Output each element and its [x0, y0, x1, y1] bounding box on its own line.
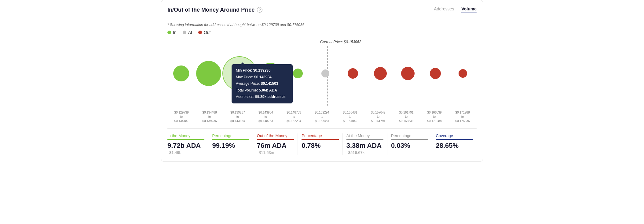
- stat-value-coverage-main: 28.65%: [436, 142, 459, 149]
- legend: In At Out: [167, 30, 477, 35]
- x-label-0: $0.129739 to $0.134487: [167, 109, 196, 123]
- legend-label-out: Out: [204, 30, 211, 35]
- stat-pct-out: Percentage 0.78%: [298, 133, 342, 155]
- tooltip-avg: Average Price: $0.141503: [236, 80, 288, 87]
- divider: [167, 128, 477, 129]
- stat-sub-in: $1.49b: [169, 150, 181, 155]
- legend-label-in: In: [173, 30, 177, 35]
- legend-out: Out: [198, 30, 211, 35]
- stats-row: In the Money 9.72b ADA $1.49b Percentage…: [167, 133, 477, 155]
- tooltip-addr: Addresses: 55.29k addresses: [236, 94, 288, 100]
- stat-value-at-main: 3.38m ADA: [346, 142, 382, 149]
- x-label-4: $0.148733 to $0.152294: [280, 109, 308, 123]
- bubble-col-2: Min Price: $0.139236 Max Price: $0.14398…: [222, 49, 257, 98]
- stat-value-in: 9.72b ADA $1.49b: [167, 142, 204, 155]
- x-label-10: $0.171288 to $0.176036: [448, 109, 477, 123]
- stat-pct-at: Percentage 0.03%: [387, 133, 432, 155]
- legend-dot-in: [167, 31, 171, 34]
- x-label-8: $0.161791 to $0.166539: [392, 109, 420, 123]
- stat-label-pct-out: Percentage: [302, 133, 338, 140]
- legend-dot-out: [198, 31, 202, 34]
- current-price-label: Current Price: $0.153062: [320, 40, 361, 44]
- stat-value-pct-out-main: 0.78%: [302, 142, 320, 149]
- stat-value-in-main: 9.72b ADA: [167, 142, 201, 149]
- stat-value-at: 3.38m ADA $516.67k: [346, 142, 383, 155]
- stat-value-out-main: 76m ADA: [257, 142, 287, 149]
- title-area: In/Out of the Money Around Price ?: [167, 7, 262, 13]
- bubble-col-10: [449, 49, 477, 98]
- bubble-1: [196, 61, 221, 86]
- stat-label-at: At the Money: [346, 133, 383, 140]
- stat-value-out: 76m ADA $11.63m: [257, 142, 294, 155]
- tab-addresses[interactable]: Addresses: [434, 6, 454, 13]
- stat-label-coverage: Coverage: [436, 133, 473, 140]
- stat-label-pct-in: Percentage: [212, 133, 249, 140]
- stat-value-pct-at-main: 0.03%: [391, 142, 410, 149]
- tab-volume[interactable]: Volume: [461, 6, 477, 13]
- bubble-col-8: [394, 49, 422, 98]
- header: In/Out of the Money Around Price ? Addre…: [167, 6, 477, 18]
- x-label-2: $0.139237 to $0.143984: [224, 109, 252, 123]
- stat-value-pct-out: 0.78%: [302, 142, 338, 150]
- bubble-col-0: [167, 49, 195, 98]
- bubble-10: [459, 69, 467, 78]
- tab-group: Addresses Volume: [434, 6, 477, 13]
- x-label-3: $0.143984 to $0.148733: [252, 109, 280, 123]
- stat-value-coverage: 28.65%: [436, 142, 473, 150]
- stat-label-in: In the Money: [167, 133, 204, 140]
- tooltip-min: Min Price: $0.139236: [236, 67, 288, 74]
- stat-value-pct-in-main: 99.19%: [212, 142, 235, 149]
- stat-sub-out: $11.63m: [259, 150, 274, 155]
- stat-label-pct-at: Percentage: [391, 133, 428, 140]
- legend-label-at: At: [188, 30, 192, 35]
- stat-sub-at: $516.67k: [348, 150, 365, 155]
- legend-dot-at: [183, 31, 186, 34]
- bubbles-row: Min Price: $0.139236 Max Price: $0.14398…: [167, 49, 477, 98]
- stat-at-the-money: At the Money 3.38m ADA $516.67k: [343, 133, 387, 155]
- tooltip-vol: Total Volume: 5.06b ADA: [236, 87, 288, 94]
- stat-in-the-money: In the Money 9.72b ADA $1.49b: [167, 133, 208, 155]
- x-label-7: $0.157042 to $0.161791: [364, 109, 392, 123]
- stat-out-the-money: Out of the Money 76m ADA $11.63m: [253, 133, 298, 155]
- legend-in: In: [167, 30, 177, 35]
- bubble-7: [374, 67, 387, 80]
- x-label-1: $0.134488 to $0.139236: [196, 109, 224, 123]
- bubble-6: [348, 68, 358, 79]
- bubble-col-6: [339, 49, 367, 98]
- bubble-col-9: [422, 49, 449, 98]
- bubble-5: [321, 69, 329, 77]
- legend-at: At: [183, 30, 192, 35]
- stat-pct-in: Percentage 99.19%: [208, 133, 253, 155]
- bubble-col-1: [195, 49, 222, 98]
- page-title: In/Out of the Money Around Price: [167, 7, 254, 13]
- bubble-4: [293, 69, 303, 78]
- bubble-9: [430, 68, 441, 79]
- tooltip-max: Max Price: $0.143984: [236, 74, 288, 81]
- bubble-8: [401, 67, 415, 80]
- x-axis: $0.129739 to $0.134487 $0.134488 to $0.1…: [167, 109, 477, 123]
- x-label-6: $0.153481 to $0.157042: [336, 109, 364, 123]
- subtitle: * Showing information for addresses that…: [167, 23, 477, 27]
- x-label-5: $0.152294 to $0.153481: [308, 109, 336, 123]
- bubble-col-5: [312, 49, 339, 98]
- stat-value-pct-at: 0.03%: [391, 142, 428, 150]
- tooltip: Min Price: $0.139236 Max Price: $0.14398…: [232, 64, 293, 103]
- x-label-9: $0.166539 to $0.171288: [420, 109, 448, 123]
- help-icon[interactable]: ?: [257, 7, 262, 13]
- stat-value-pct-in: 99.19%: [212, 142, 249, 150]
- chart-area: Current Price: $0.153062 Min Price: $0.1…: [167, 40, 477, 107]
- stat-coverage: Coverage 28.65%: [432, 133, 477, 155]
- bubble-col-7: [367, 49, 394, 98]
- bubble-0: [173, 65, 189, 81]
- main-container: In/Out of the Money Around Price ? Addre…: [161, 0, 483, 162]
- stat-label-out: Out of the Money: [257, 133, 294, 140]
